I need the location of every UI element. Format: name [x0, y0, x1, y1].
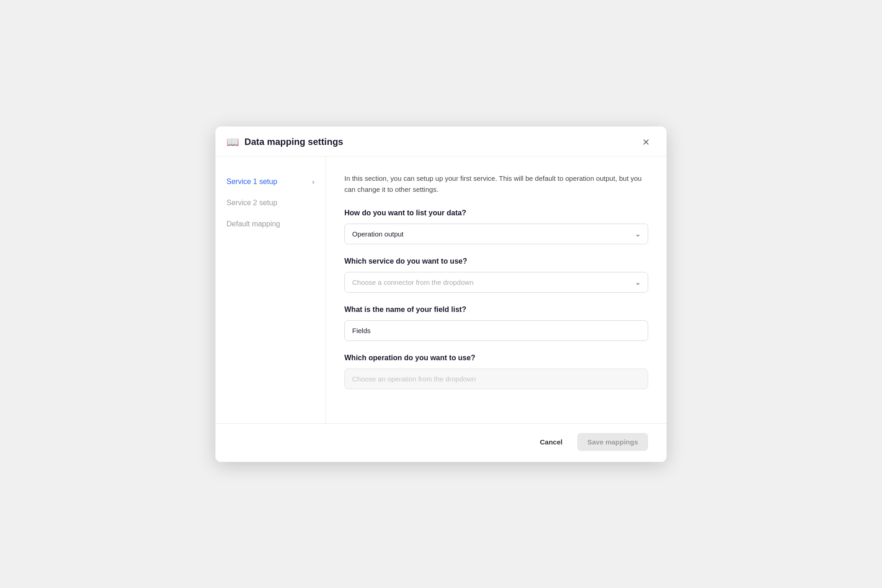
sidebar-item-service1[interactable]: Service 1 setup ›: [215, 171, 325, 192]
select-wrapper-service: Choose a connector from the dropdown ⌄: [344, 272, 648, 293]
title-group: 📖 Data mapping settings: [226, 136, 343, 148]
main-content: In this section, you can setup up your f…: [326, 156, 667, 423]
dialog: 📖 Data mapping settings ✕ Service 1 setu…: [215, 127, 667, 462]
select-operation: Choose an operation from the dropdown: [344, 369, 648, 389]
label-service: Which service do you want to use?: [344, 257, 648, 265]
sidebar-item-service2[interactable]: Service 2 setup: [215, 192, 325, 213]
dialog-icon: 📖: [226, 136, 239, 148]
sidebar-item-default[interactable]: Default mapping: [215, 213, 325, 235]
dialog-header: 📖 Data mapping settings ✕: [215, 127, 667, 156]
label-operation: Which operation do you want to use?: [344, 354, 648, 362]
select-wrapper-operation: Choose an operation from the dropdown: [344, 369, 648, 389]
sidebar: Service 1 setup › Service 2 setup Defaul…: [215, 156, 326, 423]
select-service[interactable]: Choose a connector from the dropdown: [344, 272, 648, 293]
close-button[interactable]: ✕: [638, 136, 654, 149]
intro-text: In this section, you can setup up your f…: [344, 173, 648, 195]
cancel-button[interactable]: Cancel: [532, 433, 571, 450]
sidebar-item-label-default: Default mapping: [226, 220, 280, 228]
form-section-service: Which service do you want to use? Choose…: [344, 257, 648, 293]
label-list-data: How do you want to list your data?: [344, 209, 648, 217]
input-field-list[interactable]: [344, 320, 648, 341]
form-section-operation: Which operation do you want to use? Choo…: [344, 354, 648, 389]
label-field-list: What is the name of your field list?: [344, 306, 648, 314]
dialog-title: Data mapping settings: [244, 137, 343, 147]
dialog-body: Service 1 setup › Service 2 setup Defaul…: [215, 156, 667, 423]
sidebar-item-label-service2: Service 2 setup: [226, 199, 277, 207]
select-list-data[interactable]: Operation output: [344, 224, 648, 244]
save-button[interactable]: Save mappings: [577, 433, 648, 451]
form-section-field-list: What is the name of your field list?: [344, 306, 648, 341]
sidebar-item-label-service1: Service 1 setup: [226, 178, 277, 186]
select-wrapper-list-data: Operation output ⌄: [344, 224, 648, 244]
form-section-list-data: How do you want to list your data? Opera…: [344, 209, 648, 244]
chevron-right-icon: ›: [312, 178, 314, 185]
footer: Cancel Save mappings: [215, 423, 667, 462]
